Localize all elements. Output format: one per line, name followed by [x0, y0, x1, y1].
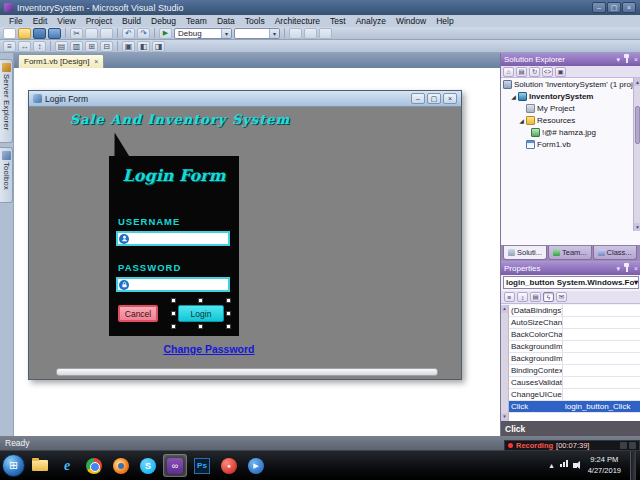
pin-icon[interactable] — [626, 266, 628, 272]
property-row[interactable]: (DataBindings) — [509, 305, 640, 317]
selection-handle[interactable] — [171, 298, 176, 303]
menu-help[interactable]: Help — [431, 15, 458, 27]
home-icon[interactable]: ⌂ — [503, 67, 514, 77]
property-value[interactable]: login_button_Click — [563, 401, 640, 412]
designer-tool-icon[interactable]: ≡ — [3, 41, 16, 52]
menu-window[interactable]: Window — [391, 15, 431, 27]
taskbar-clock[interactable]: 9:24 PM 4/27/2019 — [585, 455, 624, 475]
server-explorer-tab[interactable]: Server Explorer — [0, 59, 13, 143]
menu-architecture[interactable]: Architecture — [270, 15, 325, 27]
menu-tools[interactable]: Tools — [240, 15, 270, 27]
tree-item-my-project[interactable]: My Project — [501, 102, 633, 114]
property-row[interactable]: BackgroundImageChanged — [509, 341, 640, 353]
property-value[interactable] — [563, 341, 640, 352]
menu-view[interactable]: View — [52, 15, 80, 27]
comment-icon[interactable] — [304, 28, 317, 39]
close-icon[interactable]: × — [94, 58, 98, 65]
show-desktop-button[interactable] — [630, 451, 636, 480]
tree-item-form1[interactable]: Form1.vb — [501, 138, 633, 150]
network-icon[interactable] — [560, 464, 562, 467]
show-all-files-icon[interactable]: ▤ — [516, 67, 527, 77]
open-file-icon[interactable] — [18, 28, 31, 39]
scroll-up-icon[interactable]: ▲ — [634, 78, 640, 86]
refresh-icon[interactable]: ↻ — [529, 67, 540, 77]
login-button-selection[interactable]: Login — [178, 305, 224, 322]
login-panel[interactable]: Login Form USERNAME PASSWORD — [109, 156, 239, 336]
menu-edit[interactable]: Edit — [28, 15, 53, 27]
designer-canvas[interactable]: Login Form – ▢ × Sale And Inventory Syst… — [14, 68, 500, 436]
selection-handle[interactable] — [226, 324, 231, 329]
messages-icon[interactable]: ✉ — [556, 292, 567, 302]
property-row[interactable]: ChangeUICues — [509, 389, 640, 401]
designer-tool-icon[interactable]: ◨ — [152, 41, 165, 52]
save-icon[interactable] — [33, 28, 46, 39]
selection-handle[interactable] — [171, 324, 176, 329]
solution-explorer-header[interactable]: Solution Explorer ▾ × — [501, 53, 640, 66]
property-value[interactable] — [563, 329, 640, 340]
login-heading-label[interactable]: Login Form — [109, 166, 239, 185]
properties-header[interactable]: Properties ▾ × — [501, 262, 640, 275]
alphabetical-icon[interactable]: ↕ — [517, 292, 528, 302]
form-titlebar[interactable]: Login Form – ▢ × — [29, 91, 461, 107]
undo-icon[interactable]: ↶ — [122, 28, 135, 39]
find-in-files-icon[interactable] — [289, 28, 302, 39]
scroll-down-icon[interactable]: ▼ — [501, 413, 508, 421]
speaker-icon[interactable] — [573, 463, 577, 468]
solution-configuration-combo[interactable]: Debug ▾ — [174, 28, 232, 39]
taskbar-ie-button[interactable]: e — [55, 454, 79, 477]
categorized-icon[interactable]: ≡ — [504, 292, 515, 302]
property-value[interactable] — [563, 317, 640, 328]
copy-icon[interactable] — [85, 28, 98, 39]
uncomment-icon[interactable] — [319, 28, 332, 39]
taskbar-skype-button[interactable]: S — [136, 454, 160, 477]
stop-icon[interactable] — [629, 442, 636, 449]
minimize-icon[interactable]: – — [592, 2, 606, 13]
scroll-up-icon[interactable]: ▲ — [501, 305, 508, 313]
property-value[interactable] — [563, 353, 640, 364]
username-input[interactable] — [131, 234, 221, 244]
tab-team-explorer[interactable]: Team... — [548, 246, 592, 260]
selection-handle[interactable] — [198, 298, 203, 303]
designed-form[interactable]: Login Form – ▢ × Sale And Inventory Syst… — [28, 90, 462, 380]
taskbar-media-button[interactable]: ▶ — [244, 454, 268, 477]
password-textbox[interactable] — [116, 277, 230, 292]
tree-item-solution[interactable]: Solution 'InventorySystem' (1 project) — [501, 78, 633, 90]
property-row[interactable]: BindingContextChanged — [509, 365, 640, 377]
selection-handle[interactable] — [198, 324, 203, 329]
taskbar-firefox-button[interactable] — [109, 454, 133, 477]
paste-icon[interactable] — [100, 28, 113, 39]
designer-tool-icon[interactable]: ↔ — [18, 41, 31, 52]
tree-item-resources[interactable]: ◢ Resources — [501, 114, 633, 126]
designer-tool-icon[interactable]: ▤ — [55, 41, 68, 52]
password-input[interactable] — [131, 280, 221, 290]
designer-tool-icon[interactable]: ⊞ — [85, 41, 98, 52]
designer-tool-icon[interactable]: ⊟ — [100, 41, 113, 52]
menu-project[interactable]: Project — [81, 15, 117, 27]
selection-handle[interactable] — [226, 311, 231, 316]
progress-bar[interactable] — [56, 368, 438, 376]
close-icon[interactable]: × — [634, 56, 638, 63]
vertical-scrollbar[interactable]: ▲ ▼ — [633, 78, 640, 231]
menu-build[interactable]: Build — [117, 15, 146, 27]
toolbox-tab[interactable]: Toolbox — [0, 147, 13, 203]
view-code-icon[interactable]: <> — [542, 67, 553, 77]
grid-scrollbar[interactable]: ▲ ▼ — [501, 305, 509, 421]
recording-overlay[interactable]: Recording [00:07:39] — [504, 440, 640, 451]
change-password-link[interactable]: Change Password — [134, 343, 284, 355]
start-debugging-icon[interactable]: ▶ — [159, 28, 172, 39]
close-icon[interactable]: × — [634, 265, 638, 272]
chevron-down-icon[interactable]: ▾ — [616, 265, 620, 273]
selection-handle[interactable] — [226, 298, 231, 303]
username-label[interactable]: USERNAME — [118, 216, 180, 227]
menu-team[interactable]: Team — [181, 15, 212, 27]
start-button[interactable]: ⊞ — [2, 454, 25, 477]
property-value[interactable] — [563, 365, 640, 376]
menu-analyze[interactable]: Analyze — [351, 15, 391, 27]
property-row[interactable]: BackgroundImageLayoutChanged — [509, 353, 640, 365]
tree-expander-icon[interactable]: ◢ — [509, 93, 518, 100]
pause-icon[interactable] — [620, 442, 627, 449]
tab-solution-explorer[interactable]: Soluti... — [503, 246, 547, 260]
taskbar-visual-studio-button[interactable]: ∞ — [163, 454, 187, 477]
taskbar-explorer-button[interactable] — [28, 454, 52, 477]
banner-label[interactable]: Sale And Inventory System — [51, 112, 309, 127]
